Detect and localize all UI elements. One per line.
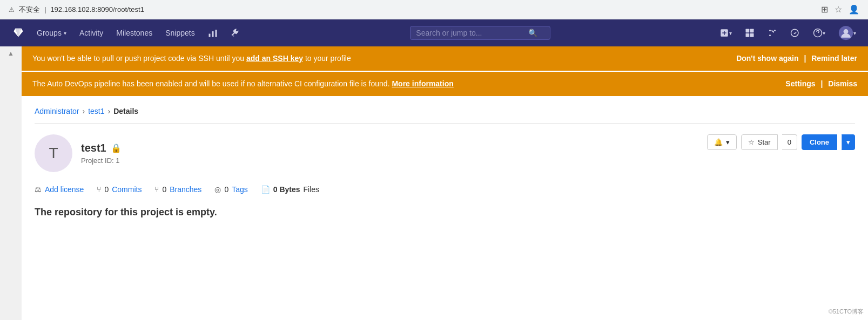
navbar-right: ▾ ▾ ▾	[714, 19, 862, 46]
project-name: test1	[81, 142, 106, 154]
svg-point-7	[769, 30, 771, 31]
nav-groups-label: Groups	[37, 29, 62, 37]
branches-icon: ⑂	[154, 185, 159, 194]
scroll-col: ▲	[0, 46, 22, 320]
chevron-down-icon: ▾	[64, 30, 66, 36]
remind-later-btn[interactable]: Remind later	[811, 54, 857, 63]
bookmark-icon: ☆	[835, 4, 842, 15]
svg-rect-3	[746, 29, 750, 33]
svg-rect-2	[215, 30, 217, 37]
nav-groups[interactable]: Groups ▾	[30, 19, 73, 46]
stat-tags: ◎ 0 Tags	[214, 185, 247, 194]
devops-dismiss-btn[interactable]: Dismiss	[828, 79, 857, 88]
svg-point-12	[844, 29, 849, 34]
alert-devops-actions: Settings | Dismiss	[785, 78, 857, 90]
devops-action-sep: |	[820, 79, 823, 88]
profile-icon: 👤	[849, 4, 859, 15]
stat-commits: ⑂ 0 Commits	[97, 185, 142, 194]
devops-text-before: The Auto DevOps pipeline has been enable…	[32, 79, 390, 88]
stat-files: 📄 0 Bytes Files	[261, 185, 319, 194]
help-chevron: ▾	[823, 30, 825, 36]
avatar-letter: T	[49, 145, 58, 162]
browser-bar: ⚠ 不安全 | 192.168.102.8:8090/root/test1 ⊞ …	[0, 0, 868, 19]
nav-milestones[interactable]: Milestones	[110, 19, 159, 46]
breadcrumb: Administrator › test1 › Details	[35, 107, 855, 124]
alert-devops: The Auto DevOps pipeline has been enable…	[22, 72, 868, 96]
clone-dropdown-button[interactable]: ▾	[842, 134, 855, 150]
browser-icons: ⊞ ☆ 👤	[821, 4, 859, 15]
ssh-text-after: to your profile	[305, 54, 351, 63]
tags-icon: ◎	[214, 185, 221, 194]
commits-count: 0	[104, 185, 109, 194]
add-license-link[interactable]: Add license	[45, 185, 84, 194]
files-label: Files	[304, 185, 320, 194]
project-identity: T test1 🔒 Project ID: 1	[35, 134, 122, 172]
nav-activity[interactable]: Activity	[73, 19, 110, 46]
nav-check-icon[interactable]	[785, 19, 805, 46]
dont-show-again-btn[interactable]: Don't show again	[736, 54, 798, 63]
star-icon: ☆	[748, 138, 755, 146]
main-layout: ▲ You won't be able to pull or push proj…	[0, 46, 868, 320]
breadcrumb-sep-2: ›	[108, 107, 111, 115]
branches-link[interactable]: Branches	[170, 185, 201, 194]
branches-count: 0	[162, 185, 166, 194]
svg-rect-6	[750, 33, 754, 37]
nav-help-btn[interactable]: ▾	[808, 19, 831, 46]
search-icon: 🔍	[528, 29, 537, 37]
nav-snippets[interactable]: Snippets	[159, 19, 201, 46]
clone-chevron: ▾	[846, 138, 850, 146]
files-size: 0 Bytes	[273, 185, 300, 194]
user-chevron: ▾	[853, 30, 856, 36]
nav-cards-icon[interactable]	[739, 19, 760, 46]
nav-add-btn[interactable]: ▾	[714, 19, 737, 46]
stat-license: ⚖ Add license	[35, 185, 84, 194]
security-sep: |	[44, 5, 46, 13]
repo-empty-text: The repository for this project is empty…	[35, 207, 217, 217]
project-header: T test1 🔒 Project ID: 1 🔔 ▾	[35, 134, 855, 172]
breadcrumb-sep-1: ›	[82, 107, 85, 115]
project-name-row: test1 🔒	[81, 142, 122, 154]
commits-link[interactable]: Commits	[112, 185, 142, 194]
devops-more-info-link[interactable]: More information	[392, 79, 453, 88]
nav-chart-icon[interactable]	[201, 19, 224, 46]
nav-wrench-icon[interactable]	[224, 19, 247, 46]
repo-empty-heading: The repository for this project is empty…	[35, 207, 855, 218]
search-bar[interactable]: 🔍	[410, 26, 550, 40]
search-input[interactable]	[416, 29, 524, 37]
tags-link[interactable]: Tags	[232, 185, 248, 194]
url-bar[interactable]: 192.168.102.8:8090/root/test1	[50, 5, 817, 13]
nav-milestones-label: Milestones	[116, 29, 152, 37]
scroll-up-arrow[interactable]: ▲	[6, 49, 15, 58]
svg-rect-1	[212, 31, 213, 37]
clone-button[interactable]: Clone	[802, 134, 837, 150]
lock-icon: 🔒	[111, 143, 122, 153]
notification-chevron: ▾	[726, 138, 730, 146]
svg-rect-4	[750, 29, 754, 33]
files-icon: 📄	[261, 185, 270, 194]
navbar-center: 🔍	[247, 26, 714, 40]
breadcrumb-project[interactable]: test1	[88, 107, 104, 115]
add-chevron: ▾	[729, 30, 732, 36]
commits-icon: ⑂	[97, 185, 101, 194]
svg-rect-5	[746, 33, 750, 37]
ssh-text-before: You won't be able to pull or push projec…	[32, 54, 244, 63]
license-icon: ⚖	[35, 185, 42, 194]
nav-user-avatar[interactable]: ▾	[833, 19, 862, 46]
star-button[interactable]: ☆ Star	[741, 134, 778, 150]
watermark: ©51CTO博客	[829, 308, 864, 316]
bell-icon: 🔔	[714, 138, 723, 146]
project-id: Project ID: 1	[81, 156, 122, 165]
notification-button[interactable]: 🔔 ▾	[707, 134, 737, 150]
gitlab-logo[interactable]	[6, 25, 30, 41]
alert-devops-text: The Auto DevOps pipeline has been enable…	[32, 78, 454, 90]
devops-settings-btn[interactable]: Settings	[785, 79, 815, 88]
stat-branches: ⑂ 0 Branches	[154, 185, 201, 194]
tags-count: 0	[224, 185, 228, 194]
svg-rect-0	[208, 34, 210, 37]
ssh-key-link[interactable]: add an SSH key	[246, 54, 303, 63]
nav-merge-icon[interactable]	[762, 19, 783, 46]
breadcrumb-admin[interactable]: Administrator	[35, 107, 79, 115]
security-icon: ⚠	[9, 6, 15, 13]
alert-ssh-text: You won't be able to pull or push projec…	[32, 53, 351, 64]
stats-bar: ⚖ Add license ⑂ 0 Commits ⑂ 0 Branches ◎…	[35, 185, 855, 194]
